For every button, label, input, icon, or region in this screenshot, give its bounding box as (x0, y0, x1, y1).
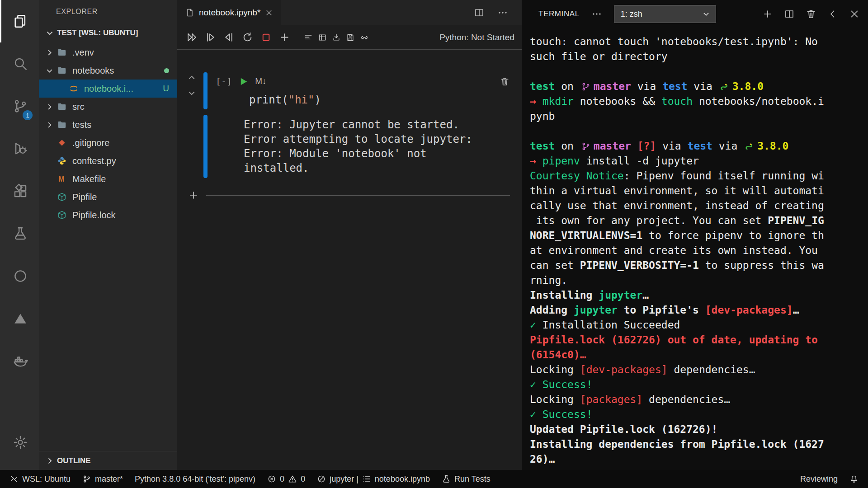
terminal-line: can set PIPENV_VERBOSITY=-1 to suppress … (530, 258, 863, 273)
restart-icon (242, 32, 253, 43)
export-icon (332, 33, 341, 42)
editor-tab-bar: notebook.ipynb* (177, 0, 522, 25)
terminal-tab[interactable]: TERMINAL (538, 9, 580, 19)
activity-item-run-debug[interactable] (0, 127, 39, 170)
run-cell-icon[interactable] (238, 76, 249, 87)
tree-item-notebook-i[interactable]: notebook.i...U (39, 80, 177, 98)
activity-item-search[interactable] (0, 42, 39, 85)
more-actions-icon[interactable] (497, 7, 508, 18)
toolbar-data-viewer-icon[interactable] (318, 33, 327, 42)
toolbar-variable-icon[interactable] (304, 33, 313, 42)
tree-item-makefile[interactable]: MMakefile (39, 170, 177, 188)
chevron-up-icon[interactable] (187, 73, 196, 82)
beaker-icon (13, 226, 28, 241)
terminal-text: : Pipenv found itself running wi (624, 170, 824, 182)
chevron-down-icon[interactable] (187, 89, 196, 98)
toolbar-run-above-icon[interactable] (205, 32, 216, 43)
terminal-text: [?] (637, 140, 656, 152)
activity-item-source-control[interactable]: 1 (0, 85, 39, 127)
toolbar-save-icon[interactable] (346, 33, 355, 42)
close-icon[interactable] (265, 9, 273, 17)
status-text: WSL: Ubuntu (22, 474, 71, 484)
kill-terminal-icon[interactable] (806, 9, 816, 19)
file-icon (185, 8, 194, 17)
tree-item-tests[interactable]: tests (39, 116, 177, 134)
chevron-left-icon[interactable] (827, 9, 838, 19)
tree-item-label: Pipfile.lock (72, 210, 116, 221)
terminal-actions (762, 9, 860, 19)
status-run-tests[interactable]: Run Tests (436, 470, 496, 488)
terminal-text: [dev-packages] (705, 304, 793, 316)
tree-item-gitignore[interactable]: .gitignore (39, 134, 177, 152)
notebook-toolbar-mini-buttons (304, 33, 369, 42)
tree-item-pipfile[interactable]: Pipfile (39, 188, 177, 206)
remote-icon (9, 474, 19, 483)
terminal-text: jupyter (574, 304, 618, 316)
tree-item-venv[interactable]: .venv (39, 43, 177, 61)
activity-item-docker[interactable] (0, 340, 39, 382)
toolbar-export-icon[interactable] (332, 33, 341, 42)
status-problems[interactable]: 00 (261, 470, 311, 488)
status-git-branch[interactable]: master* (76, 470, 129, 488)
terminal-text: [dev-packages] (580, 364, 668, 375)
terminal-text: (6154c0)… (530, 349, 586, 361)
terminal-text: test (688, 140, 712, 152)
delete-cell-icon[interactable] (500, 76, 510, 87)
status-python-interpreter[interactable]: Python 3.8.0 64-bit ('test': pipenv) (129, 470, 261, 488)
activity-item-extension-triangle[interactable] (0, 297, 39, 340)
activity-item-testing[interactable] (0, 212, 39, 255)
terminal-text: Success! (536, 408, 593, 420)
status-notifications[interactable] (844, 474, 864, 483)
tab-notebook-ipynb[interactable]: notebook.ipynb* (177, 0, 281, 25)
cell-code-line[interactable]: print("hi") (216, 90, 510, 109)
new-terminal-icon[interactable] (762, 9, 773, 19)
section-header-project[interactable]: TEST [WSL: UBUNTU] (39, 23, 177, 42)
status-remote[interactable]: WSL: Ubuntu (4, 470, 76, 488)
activity-item-explorer[interactable] (0, 0, 39, 42)
terminal-line: Pipfile.lock (162726) out of date, updat… (530, 333, 863, 347)
activity-item-remote-explorer[interactable] (0, 255, 39, 297)
terminal-line: thin a virtual environment, so it will a… (530, 183, 863, 198)
status-text: 0 (280, 474, 284, 484)
toolbar-stop-icon[interactable] (260, 32, 272, 43)
activity-item-extensions[interactable] (0, 170, 39, 212)
more-actions-icon[interactable] (591, 9, 602, 19)
terminal-text: dependencies… (668, 364, 755, 375)
gear-icon (13, 435, 28, 450)
workbench: 1 EXPLORER TEST [WSL: UBUNTU] .venvnoteb… (0, 0, 868, 470)
markdown-convert-button[interactable]: M↓ (255, 76, 266, 86)
shell-selector-label: 1: zsh (621, 9, 642, 19)
section-header-outline[interactable]: OUTLINE (39, 451, 177, 470)
shell-selector[interactable]: 1: zsh (614, 5, 716, 23)
terminal-text: its own for any project. You can set (530, 215, 768, 226)
add-cell-row (188, 190, 510, 201)
status-text: master* (95, 474, 123, 484)
toolbar-run-all-icon[interactable] (186, 32, 198, 43)
status-reviewing[interactable]: Reviewing (794, 474, 844, 484)
toolbar-restart-icon[interactable] (242, 32, 253, 43)
split-terminal-icon[interactable] (784, 9, 795, 19)
git-icon (57, 138, 69, 148)
tree-item-src[interactable]: src (39, 98, 177, 116)
terminal-text: Installing (530, 289, 599, 301)
package-icon (57, 192, 69, 202)
toolbar-add-cell-icon[interactable] (279, 32, 290, 43)
activity-item-settings[interactable] (0, 421, 39, 464)
cell-focus-bar[interactable] (203, 72, 208, 109)
terminal-text: Pipfile.lock (162726) out of date, updat… (530, 334, 818, 346)
output-focus-bar[interactable] (203, 115, 208, 178)
status-jupyter-kernel[interactable]: jupyter |notebook.ipynb (311, 470, 436, 488)
add-cell-icon[interactable] (188, 190, 199, 201)
split-editor-icon[interactable] (474, 7, 485, 18)
close-panel-icon[interactable] (849, 9, 860, 19)
terminal-output[interactable]: touch: cannot touch 'notebooks/test.ipyn… (522, 28, 868, 470)
tree-item-notebooks[interactable]: notebooks (39, 61, 177, 80)
tree-item-conftest-py[interactable]: conftest.py (39, 152, 177, 170)
cell-collapse-button[interactable]: [-] (216, 76, 232, 87)
terminal-text: master (594, 140, 631, 152)
toolbar-connect-icon[interactable] (360, 33, 369, 42)
tree-item-pipfile-lock[interactable]: Pipfile.lock (39, 206, 177, 224)
toolbar-run-below-icon[interactable] (223, 32, 235, 43)
terminal-line: → pipenv install -d jupyter (530, 154, 863, 169)
kernel-status[interactable]: Python: Not Started (439, 33, 522, 42)
